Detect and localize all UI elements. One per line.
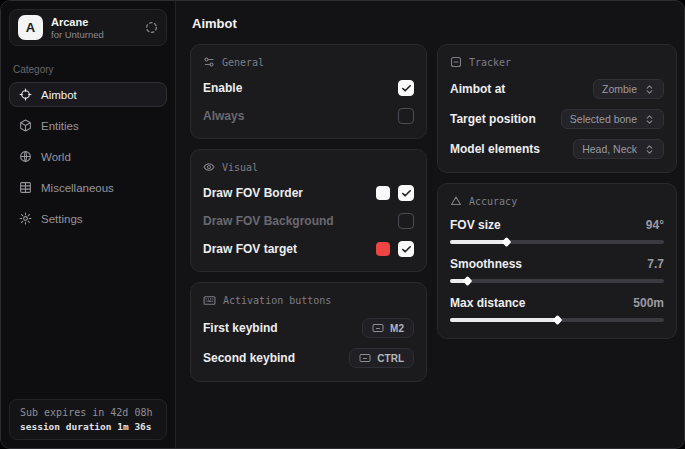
select-value: Zombie: [602, 83, 637, 95]
fov-size-slider[interactable]: [450, 240, 664, 244]
max-distance-value: 500m: [633, 296, 664, 310]
sidebar-item-settings[interactable]: Settings: [9, 206, 167, 231]
crosshair-icon: [19, 88, 32, 101]
tracker-card: Tracker Aimbot at Zombie Target position: [437, 44, 677, 173]
keyboard-icon: [372, 322, 384, 334]
setting-row-fov-target: Draw FOV target: [203, 240, 414, 258]
app-window: A Arcane for Unturned Category Aimbot: [0, 0, 685, 449]
fov-border-color-swatch[interactable]: [376, 186, 390, 200]
slider-thumb[interactable]: [463, 276, 473, 286]
category-label: Category: [13, 64, 163, 75]
visual-card-header: Visual: [203, 161, 414, 173]
general-card-header: General: [203, 56, 414, 68]
entities-icon: [19, 119, 32, 132]
smoothness-value: 7.7: [647, 257, 664, 271]
aimbot-at-select[interactable]: Zombie: [593, 79, 664, 99]
sidebar-item-label: Settings: [41, 213, 83, 225]
fov-background-checkbox[interactable]: [398, 213, 414, 229]
activation-card: Activation buttons First keybind M2 Seco…: [190, 282, 427, 382]
setting-row-model-elements: Model elements Head, Neck: [450, 139, 664, 159]
card-title: Accuracy: [469, 196, 517, 207]
main-content: Aimbot General Enable: [176, 1, 685, 448]
setting-row-first-keybind: First keybind M2: [203, 318, 414, 338]
sidebar-item-entities[interactable]: Entities: [9, 113, 167, 138]
accuracy-card: Accuracy FOV size 94° Smoothness: [437, 183, 677, 339]
setting-row-fov-size: FOV size 94°: [450, 218, 664, 244]
card-title: Visual: [222, 162, 258, 173]
second-keybind-button[interactable]: CTRL: [349, 348, 414, 368]
keyboard-icon: [203, 294, 216, 307]
fov-target-checkbox[interactable]: [398, 241, 414, 257]
enable-checkbox[interactable]: [398, 80, 414, 96]
app-name: Arcane: [51, 16, 104, 28]
chevrons-up-down-icon: [644, 84, 655, 95]
subscription-info: Sub expires in 42d 08h session duration …: [9, 399, 167, 440]
triangle-icon: [450, 195, 462, 207]
card-title: General: [222, 57, 264, 68]
keyboard-icon: [359, 352, 371, 364]
eye-icon: [203, 161, 215, 173]
card-title: Tracker: [469, 57, 511, 68]
select-value: Head, Neck: [582, 143, 637, 155]
max-distance-slider[interactable]: [450, 318, 664, 322]
fov-size-value: 94°: [646, 218, 664, 232]
app-header: A Arcane for Unturned: [9, 9, 167, 46]
setting-row-smoothness: Smoothness 7.7: [450, 257, 664, 283]
model-elements-select[interactable]: Head, Neck: [573, 139, 664, 159]
setting-row-fov-border: Draw FOV Border: [203, 184, 414, 202]
sidebar-item-miscellaneous[interactable]: Miscellaneous: [9, 175, 167, 200]
sub-expires-text: Sub expires in 42d 08h: [20, 407, 156, 418]
chevrons-up-down-icon: [644, 114, 655, 125]
keybind-value: M2: [390, 323, 404, 334]
fov-border-checkbox[interactable]: [398, 185, 414, 201]
sidebar-item-label: Aimbot: [41, 89, 77, 101]
sidebar-item-label: Entities: [41, 120, 79, 132]
globe-icon: [19, 150, 32, 163]
card-title: Activation buttons: [223, 295, 331, 306]
visual-card: Visual Draw FOV Border Draw FOV Backgrou…: [190, 149, 427, 272]
sidebar-item-world[interactable]: World: [9, 144, 167, 169]
sidebar-item-aimbot[interactable]: Aimbot: [9, 82, 167, 107]
first-keybind-button[interactable]: M2: [362, 318, 414, 338]
setting-row-always: Always: [203, 107, 414, 125]
gear-icon: [19, 212, 32, 225]
sidebar-item-label: Miscellaneous: [41, 182, 114, 194]
select-value: Selected bone: [570, 113, 637, 125]
loader-icon[interactable]: [145, 21, 158, 34]
general-card: General Enable Always: [190, 44, 427, 139]
setting-row-aimbot-at: Aimbot at Zombie: [450, 79, 664, 99]
square-minus-icon: [450, 56, 462, 68]
tracker-card-header: Tracker: [450, 56, 664, 68]
fov-target-color-swatch[interactable]: [376, 242, 390, 256]
setting-row-second-keybind: Second keybind CTRL: [203, 348, 414, 368]
sidebar-menu: Aimbot Entities World Miscellaneous: [1, 82, 175, 231]
sidebar-item-label: World: [41, 151, 71, 163]
accuracy-card-header: Accuracy: [450, 195, 664, 207]
grid-icon: [19, 181, 32, 194]
slider-thumb[interactable]: [553, 315, 563, 325]
chevrons-up-down-icon: [644, 144, 655, 155]
slider-thumb[interactable]: [501, 237, 511, 247]
app-subtitle: for Unturned: [51, 29, 104, 40]
smoothness-slider[interactable]: [450, 279, 664, 283]
always-checkbox[interactable]: [398, 108, 414, 124]
sliders-icon: [203, 56, 215, 68]
session-duration-text: session duration 1m 36s: [20, 421, 156, 432]
keybind-value: CTRL: [377, 353, 404, 364]
target-position-select[interactable]: Selected bone: [561, 109, 664, 129]
page-title: Aimbot: [192, 16, 677, 31]
setting-row-fov-background: Draw FOV Background: [203, 212, 414, 230]
sidebar: A Arcane for Unturned Category Aimbot: [1, 1, 176, 448]
activation-card-header: Activation buttons: [203, 294, 414, 307]
setting-row-target-position: Target position Selected bone: [450, 109, 664, 129]
setting-row-enable: Enable: [203, 79, 414, 97]
setting-row-max-distance: Max distance 500m: [450, 296, 664, 322]
app-logo: A: [18, 15, 43, 40]
